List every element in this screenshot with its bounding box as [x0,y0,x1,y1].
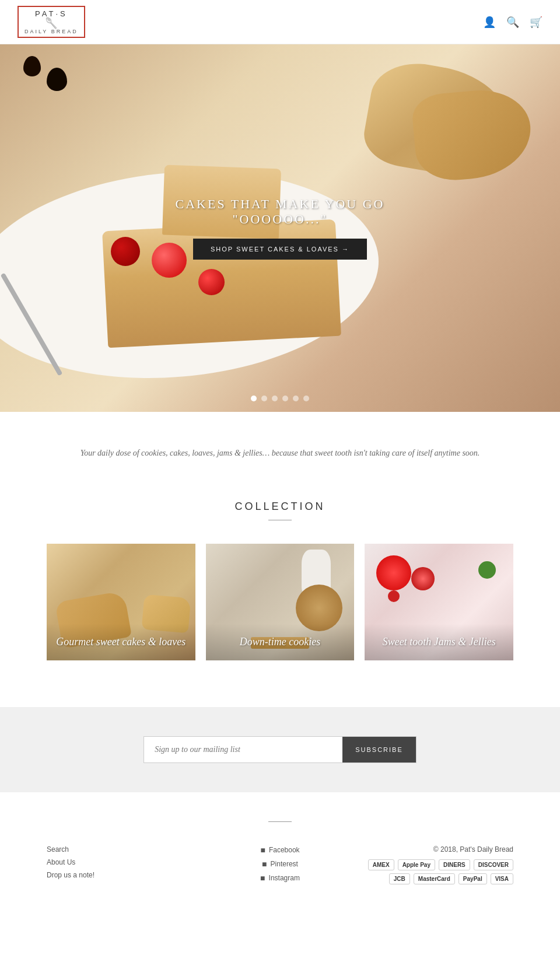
slider-dot-6[interactable] [303,396,309,401]
coll-jams-green [478,561,496,579]
footer-link-search[interactable]: Search [47,845,202,853]
collection-label-2: Down-time cookies [206,624,355,660]
collection-section: COLLECTION Gourmet sweet cakes & loaves … [0,489,560,707]
site-header: PAT·S 🥄 DAILY BREAD 👤 🔍 🛒 [0,0,560,44]
slider-dots [251,396,309,401]
logo-text-bottom: DAILY BREAD [24,29,78,34]
footer-link-instagram[interactable]: ■ Instagram [202,873,358,883]
hero-shop-button[interactable]: SHOP SWEET CAKES & LOAVES → [193,239,367,260]
payment-amex: AMEX [368,859,394,870]
collection-item-cookies[interactable]: Down-time cookies [206,544,355,660]
subscribe-button[interactable]: SUBSCRIBE [342,737,416,762]
footer-instagram-label: Instagram [269,874,300,882]
logo[interactable]: PAT·S 🥄 DAILY BREAD [18,6,85,38]
collection-label-1: Gourmet sweet cakes & loaves [47,624,195,660]
footer-link-pinterest[interactable]: ■ Pinterest [202,859,358,869]
footer-link-contact[interactable]: Drop us a note! [47,871,202,879]
mailing-section: SUBSCRIBE [0,707,560,792]
payment-visa: VISA [491,873,513,884]
payment-jcb: JCB [389,873,410,884]
collection-item-cakes[interactable]: Gourmet sweet cakes & loaves [47,544,195,660]
mailing-input[interactable] [144,737,342,762]
payment-discover: DISCOVER [474,859,513,870]
logo-box: PAT·S 🥄 DAILY BREAD [18,6,85,38]
payment-icons-row1: AMEX Apple Pay DINERS DISCOVER [358,859,513,870]
dark-cherry-shape [23,56,41,76]
cherry2-shape [198,269,225,295]
footer-col-social: ■ Facebook ■ Pinterest ■ Instagram [202,845,358,887]
logo-text-top: PAT·S [24,9,78,18]
tagline-text: Your daily dose of cookies, cakes, loave… [58,447,502,460]
tagline-section: Your daily dose of cookies, cakes, loave… [0,412,560,489]
site-footer: Search About Us Drop us a note! ■ Facebo… [0,792,560,916]
footer-pinterest-label: Pinterest [271,860,298,868]
slider-dot-3[interactable] [272,396,278,401]
collection-divider [268,520,292,520]
account-icon[interactable]: 👤 [483,16,496,29]
cherry3-shape [111,237,140,266]
collection-label-3: Sweet tooth Jams & Jellies [365,624,513,660]
pinterest-icon: ■ [262,859,267,869]
payment-applepay: Apple Pay [398,859,435,870]
footer-grid: Search About Us Drop us a note! ■ Facebo… [47,845,513,887]
slider-dot-5[interactable] [293,396,299,401]
hero-section: CAKES THAT MAKE YOU GO "OOOOOO..." SHOP … [0,44,560,412]
pastry-right2-shape [411,86,534,184]
footer-copyright: © 2018, Pat's Daily Bread [358,845,513,853]
footer-link-facebook[interactable]: ■ Facebook [202,845,358,855]
payment-diners: DINERS [439,859,470,870]
hero-title: CAKES THAT MAKE YOU GO "OOOOOO..." [140,197,420,227]
collection-grid: Gourmet sweet cakes & loaves Down-time c… [47,544,513,660]
footer-link-about[interactable]: About Us [47,858,202,866]
mailing-form: SUBSCRIBE [144,736,416,763]
payment-mastercard: MasterCard [414,873,455,884]
footer-col-info: © 2018, Pat's Daily Bread AMEX Apple Pay… [358,845,513,887]
slider-dot-2[interactable] [261,396,267,401]
cart-icon[interactable]: 🛒 [530,16,542,29]
payment-paypal: PayPal [459,873,487,884]
coll-jams-red [376,555,411,590]
coll-jams-red2 [411,567,435,590]
search-icon[interactable]: 🔍 [506,16,519,29]
logo-spoon-icon: 🥄 [24,18,78,29]
payment-icons-row2: JCB MasterCard PayPal VISA [358,873,513,884]
dark-cherry2-shape [47,68,67,91]
hero-overlay: CAKES THAT MAKE YOU GO "OOOOOO..." SHOP … [140,197,420,260]
footer-col-links: Search About Us Drop us a note! [47,845,202,887]
coll-jams-scatter [388,590,400,602]
footer-divider [268,821,292,822]
footer-facebook-label: Facebook [269,846,300,854]
slider-dot-1[interactable] [251,396,257,401]
collection-title: COLLECTION [47,501,513,513]
facebook-icon: ■ [260,845,265,855]
slider-dot-4[interactable] [282,396,288,401]
instagram-icon: ■ [260,873,265,883]
header-icons: 👤 🔍 🛒 [483,16,542,29]
collection-item-jams[interactable]: Sweet tooth Jams & Jellies [365,544,513,660]
